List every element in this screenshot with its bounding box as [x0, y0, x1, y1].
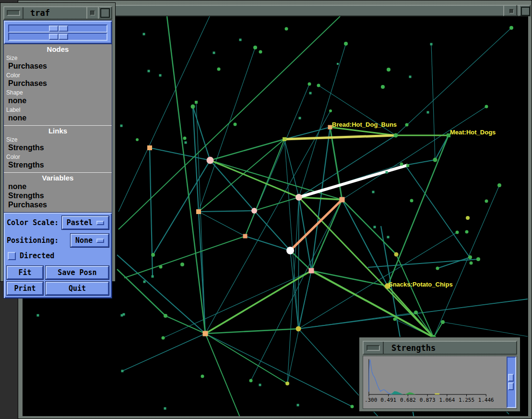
- horizontal-slider-2[interactable]: [8, 33, 107, 41]
- variable-item[interactable]: Purchases: [4, 200, 112, 209]
- graph-node[interactable]: [239, 39, 242, 41]
- graph-node[interactable]: [148, 70, 150, 72]
- variable-item[interactable]: Strengths: [4, 191, 112, 200]
- graph-node[interactable]: [159, 74, 162, 77]
- graph-node[interactable]: [340, 197, 345, 203]
- graph-node[interactable]: [185, 142, 187, 144]
- graph-node[interactable]: [296, 194, 302, 201]
- graph-node[interactable]: [164, 407, 166, 410]
- graph-node[interactable]: [120, 125, 123, 127]
- graph-node[interactable]: [191, 105, 195, 109]
- positioning-dropdown[interactable]: None: [71, 234, 109, 247]
- graph-node[interactable]: [466, 216, 470, 220]
- field-value[interactable]: Strengths: [4, 143, 112, 152]
- graph-node[interactable]: [329, 109, 332, 112]
- graph-node[interactable]: [433, 158, 437, 162]
- graph-node[interactable]: [476, 257, 480, 261]
- directed-checkbox[interactable]: [8, 252, 16, 260]
- graph-node[interactable]: [427, 111, 429, 114]
- graph-node[interactable]: [400, 163, 403, 166]
- graph-node[interactable]: [217, 68, 221, 71]
- graph-window-menu-button[interactable]: [503, 5, 517, 16]
- graph-node[interactable]: [344, 42, 348, 46]
- graph-node[interactable]: [436, 267, 439, 270]
- graph-node[interactable]: [337, 63, 339, 65]
- fit-button[interactable]: Fit: [7, 266, 43, 279]
- graph-node[interactable]: [374, 226, 376, 228]
- graph-node[interactable]: [164, 314, 167, 318]
- graph-node[interactable]: [136, 138, 139, 141]
- graph-node[interactable]: [381, 85, 385, 89]
- maximize-button[interactable]: [98, 7, 111, 19]
- graph-window-maximize-button[interactable]: [519, 5, 531, 16]
- graph-node[interactable]: [465, 230, 469, 234]
- graph-node[interactable]: [299, 117, 301, 120]
- graph-node[interactable]: [509, 26, 513, 30]
- graph-node[interactable]: [121, 314, 123, 317]
- variable-item[interactable]: none: [4, 182, 112, 191]
- graph-node[interactable]: [159, 265, 163, 269]
- graph-node[interactable]: [308, 83, 311, 86]
- graph-node[interactable]: [430, 43, 433, 46]
- minimize-button[interactable]: [4, 7, 24, 19]
- graph-node[interactable]: [283, 137, 286, 141]
- graph-node[interactable]: [203, 331, 208, 336]
- graph-node[interactable]: [213, 52, 215, 54]
- scrollbar-thumb[interactable]: [508, 383, 514, 390]
- graph-node[interactable]: [394, 133, 398, 138]
- graph-node[interactable]: [195, 101, 198, 104]
- graph-node[interactable]: [196, 209, 201, 214]
- graph-node[interactable]: [351, 405, 354, 408]
- graph-node[interactable]: [234, 123, 237, 126]
- quit-button[interactable]: Quit: [46, 282, 109, 295]
- graph-node[interactable]: [394, 252, 399, 257]
- graph-node[interactable]: [285, 27, 288, 31]
- graph-node[interactable]: [468, 255, 472, 259]
- field-value[interactable]: Strengths: [4, 160, 112, 169]
- graph-node[interactable]: [414, 311, 418, 314]
- graph-node[interactable]: [441, 320, 445, 324]
- graph-node[interactable]: [309, 92, 312, 95]
- slider-thumb[interactable]: [49, 25, 68, 32]
- slider-thumb[interactable]: [49, 34, 68, 40]
- graph-node[interactable]: [143, 281, 146, 283]
- horizontal-slider-1[interactable]: [8, 24, 107, 33]
- graph-node[interactable]: [121, 370, 124, 372]
- graph-node[interactable]: [253, 46, 257, 49]
- graph-node[interactable]: [309, 268, 314, 274]
- graph-node[interactable]: [243, 234, 248, 239]
- window-menu-button[interactable]: [86, 7, 98, 19]
- graph-node[interactable]: [297, 404, 299, 407]
- graph-node[interactable]: [143, 33, 145, 36]
- save-posn-button[interactable]: Save Posn: [46, 266, 109, 279]
- graph-node[interactable]: [201, 375, 204, 378]
- graph-node[interactable]: [387, 236, 390, 239]
- graph-node[interactable]: [470, 262, 473, 265]
- graph-node[interactable]: [456, 231, 459, 234]
- graph-node[interactable]: [251, 208, 257, 214]
- field-value[interactable]: Purchases: [4, 61, 112, 71]
- strengths-titlebar[interactable]: Strengths: [363, 341, 517, 355]
- field-value[interactable]: Purchases: [4, 79, 112, 88]
- graph-node[interactable]: [296, 326, 301, 332]
- graph-node[interactable]: [162, 336, 165, 340]
- minimize-button[interactable]: [364, 342, 384, 354]
- graph-node[interactable]: [259, 384, 261, 386]
- graph-node[interactable]: [317, 84, 320, 87]
- graph-node[interactable]: [372, 191, 375, 193]
- graph-node[interactable]: [180, 263, 184, 266]
- graph-node[interactable]: [147, 145, 152, 150]
- graph-node[interactable]: [285, 382, 289, 385]
- graph-node[interactable]: [259, 50, 262, 54]
- graph-node[interactable]: [152, 275, 154, 278]
- graph-node[interactable]: [405, 123, 409, 127]
- graph-node[interactable]: [410, 199, 414, 203]
- graph-node[interactable]: [151, 253, 155, 257]
- graph-node[interactable]: [485, 105, 488, 108]
- graph-node[interactable]: [183, 137, 187, 140]
- graph-node[interactable]: [207, 157, 214, 164]
- graph-node[interactable]: [393, 318, 397, 321]
- graph-node[interactable]: [387, 68, 390, 72]
- graph-node[interactable]: [386, 171, 388, 174]
- graph-node[interactable]: [485, 200, 488, 203]
